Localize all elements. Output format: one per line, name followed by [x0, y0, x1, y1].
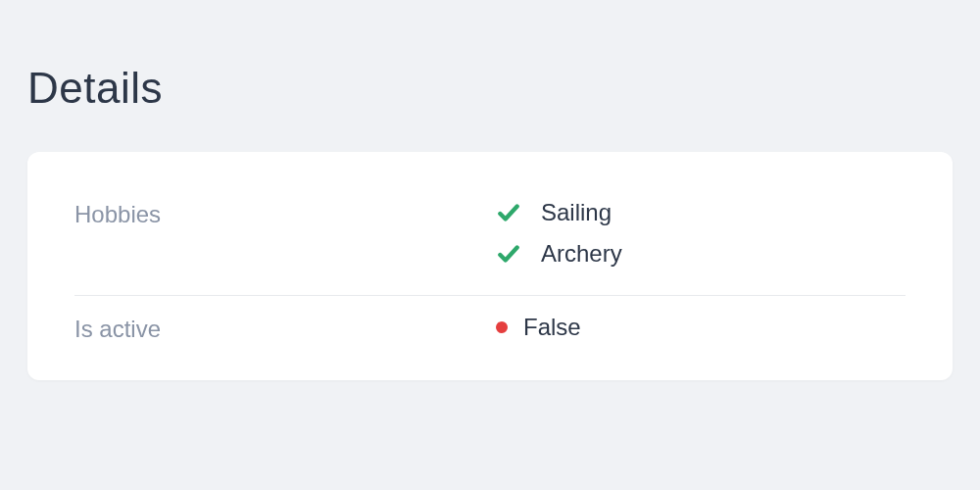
field-value-hobbies: Sailing Archery: [496, 199, 906, 268]
field-label-is-active: Is active: [74, 314, 496, 343]
field-hobbies: Hobbies Sailing: [74, 181, 906, 296]
status-dot-icon: [496, 321, 508, 333]
check-icon: [496, 200, 521, 225]
status-badge: False: [496, 314, 906, 341]
field-value-is-active: False: [496, 314, 906, 341]
hobbies-list: Sailing Archery: [496, 199, 906, 268]
check-icon: [496, 241, 521, 267]
field-is-active: Is active False: [74, 296, 906, 370]
page-title: Details: [27, 0, 953, 152]
status-text: False: [523, 314, 581, 341]
details-container: Details Hobbies Sailing: [0, 0, 980, 380]
list-item: Sailing: [496, 199, 906, 226]
list-item: Archery: [496, 240, 906, 268]
details-card: Hobbies Sailing: [27, 152, 953, 380]
hobby-label: Sailing: [541, 199, 612, 226]
field-label-hobbies: Hobbies: [74, 199, 496, 228]
hobby-label: Archery: [541, 240, 622, 268]
